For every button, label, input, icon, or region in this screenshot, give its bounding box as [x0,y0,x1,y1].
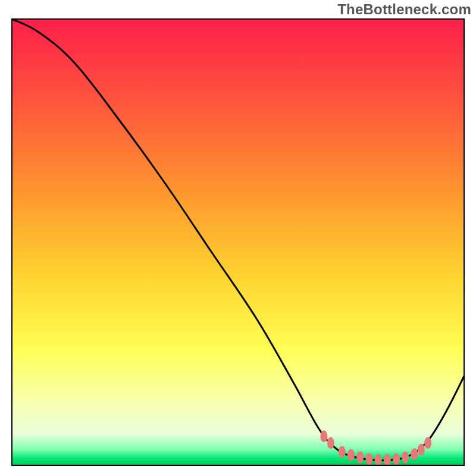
curve-marker [347,449,355,461]
curve-marker [384,454,391,466]
chart-background [12,19,464,465]
curve-marker [424,437,431,449]
curve-marker [320,430,327,442]
curve-marker [393,453,400,465]
chart-frame: TheBottleneck.com [0,0,476,476]
curve-marker [411,448,418,460]
curve-marker [356,452,364,464]
curve-marker [418,444,425,456]
curve-marker [327,437,334,449]
curve-marker [402,452,409,464]
curve-marker [339,446,346,458]
bottleneck-chart [0,0,476,476]
curve-marker [375,454,382,466]
curve-marker [365,453,372,465]
watermark-text: TheBottleneck.com [337,1,471,18]
